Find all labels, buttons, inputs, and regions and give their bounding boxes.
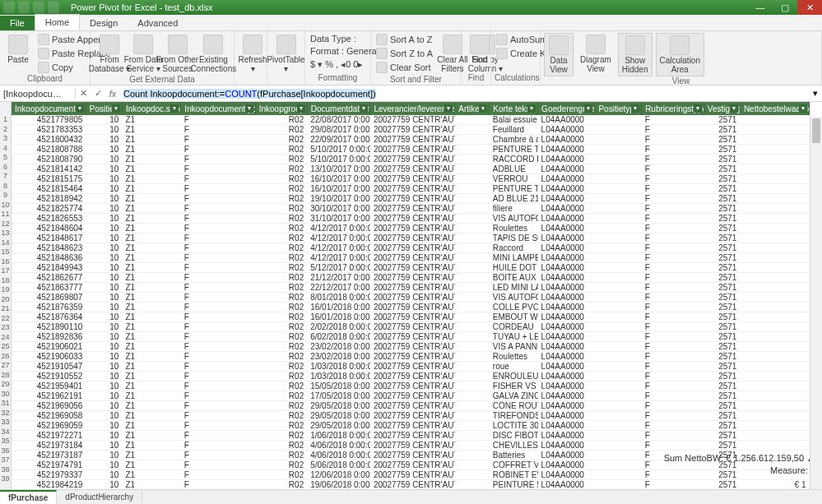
table-cell[interactable]: Z1 — [122, 352, 180, 362]
table-cell[interactable]: 20027759 CENTR'AUTO — [370, 322, 455, 332]
table-cell[interactable]: TIREFONDS T… — [490, 411, 538, 421]
table-cell[interactable]: F — [642, 115, 704, 125]
table-cell[interactable]: Z1 — [122, 441, 180, 451]
table-cell[interactable]: 2571 — [704, 204, 740, 214]
table-cell[interactable]: 4521800432 — [12, 135, 86, 145]
table-cell[interactable]: 4521906021 — [12, 342, 86, 352]
table-cell[interactable] — [595, 224, 642, 234]
table-cell[interactable]: 2571 — [704, 421, 740, 431]
table-row[interactable]: 452196905910Z1FR0229/05/2018 0:00:002002… — [12, 421, 810, 431]
table-cell[interactable]: F — [642, 421, 704, 431]
table-cell[interactable]: 2571 — [704, 352, 740, 362]
table-cell[interactable] — [740, 352, 809, 362]
table-cell[interactable]: 10 — [86, 283, 122, 293]
table-cell[interactable] — [455, 243, 490, 253]
table-cell[interactable] — [595, 352, 642, 362]
table-cell[interactable]: 2571 — [704, 234, 740, 243]
from-database-button[interactable]: From Database ▾ — [94, 33, 125, 75]
find-button[interactable]: Find — [465, 33, 495, 67]
table-row[interactable]: 452184862310Z1FR024/12/2017 0:00:0020027… — [12, 243, 810, 253]
table-cell[interactable]: LED MINI LA… — [490, 283, 538, 293]
table-cell[interactable] — [595, 411, 642, 421]
table-cell[interactable]: F — [642, 273, 704, 283]
table-cell[interactable]: 10 — [86, 480, 122, 490]
formula-input[interactable]: Count Inkoopdocument:=COUNT(fPurchase[In… — [120, 89, 809, 99]
table-cell[interactable]: 20027759 CENTR'AUTO — [370, 421, 455, 431]
table-cell[interactable]: COFFRET VIDE — [490, 460, 538, 470]
table-cell[interactable]: 19/06/2018 0:00:00 — [307, 480, 370, 490]
filter-dropdown-icon[interactable]: ▾ — [730, 104, 738, 113]
table-cell[interactable]: 19/10/2017 0:00:00 — [307, 194, 370, 204]
table-cell[interactable]: R02 — [255, 155, 307, 164]
table-cell[interactable] — [455, 155, 490, 164]
table-cell[interactable]: F — [181, 204, 255, 214]
table-cell[interactable]: F — [642, 401, 704, 411]
table-row[interactable]: 452186980710Z1FR028/01/2018 0:00:0020027… — [12, 293, 810, 303]
table-row[interactable]: 452182577410Z1FR0230/10/2017 0:00:002002… — [12, 204, 810, 214]
table-cell[interactable] — [455, 125, 490, 135]
table-cell[interactable]: MINI LAMPE … — [490, 253, 538, 263]
table-row[interactable]: 452187635910Z1FR0216/01/2018 0:00:002002… — [12, 303, 810, 312]
pivottable-button[interactable]: PivotTable ▾ — [271, 33, 301, 75]
table-cell[interactable]: Balai essuie g… — [490, 115, 538, 125]
table-cell[interactable]: L04AA0000 — [538, 164, 595, 174]
table-cell[interactable]: 20027759 CENTR'AUTO — [370, 480, 455, 490]
table-cell[interactable]: 20027759 CENTR'AUTO — [370, 332, 455, 342]
table-cell[interactable]: F — [642, 145, 704, 155]
table-cell[interactable]: 10 — [86, 145, 122, 155]
table-cell[interactable]: F — [181, 332, 255, 342]
table-cell[interactable]: 2571 — [704, 164, 740, 174]
table-cell[interactable]: Z1 — [122, 273, 180, 283]
table-cell[interactable] — [740, 234, 809, 243]
table-cell[interactable]: 2571 — [704, 312, 740, 322]
table-cell[interactable]: 10 — [86, 214, 122, 224]
table-cell[interactable]: 20027759 CENTR'AUTO — [370, 184, 455, 194]
table-cell[interactable]: R02 — [255, 411, 307, 421]
table-cell[interactable]: F — [642, 164, 704, 174]
file-tab[interactable]: File — [0, 16, 35, 30]
column-header[interactable]: Vestiging▾ — [704, 102, 740, 115]
table-cell[interactable]: 10 — [86, 460, 122, 470]
table-cell[interactable]: R02 — [255, 243, 307, 253]
table-cell[interactable]: 6/02/2018 0:00:00 — [307, 332, 370, 342]
table-cell[interactable]: 10 — [86, 293, 122, 303]
table-cell[interactable]: 4521876364 — [12, 312, 86, 322]
table-cell[interactable]: F — [642, 224, 704, 234]
table-cell[interactable]: 10 — [86, 451, 122, 460]
table-cell[interactable]: 10 — [86, 441, 122, 451]
table-cell[interactable]: 4/06/2018 0:00:00 — [307, 441, 370, 451]
table-cell[interactable] — [595, 214, 642, 224]
table-cell[interactable] — [595, 451, 642, 460]
table-cell[interactable]: LOCTITE 3090 — [490, 421, 538, 431]
table-cell[interactable]: F — [181, 451, 255, 460]
table-cell[interactable]: 10 — [86, 421, 122, 431]
table-cell[interactable]: L04AA0000 — [538, 155, 595, 164]
table-cell[interactable]: 20027759 CENTR'AUTO — [370, 372, 455, 381]
table-cell[interactable] — [595, 322, 642, 332]
table-row[interactable]: 452177980510Z1FR0222/08/2017 0:00:002002… — [12, 115, 810, 125]
column-header[interactable]: Inkoopdocumenttype▾ — [181, 102, 255, 115]
table-cell[interactable]: 20027759 CENTR'AUTO — [370, 460, 455, 470]
table-row[interactable]: 452196219110Z1FR0217/05/2018 0:00:002002… — [12, 391, 810, 401]
table-cell[interactable]: F — [642, 283, 704, 293]
table-cell[interactable]: F — [181, 115, 255, 125]
scroll-thumb[interactable] — [812, 118, 820, 143]
table-cell[interactable]: € 1 — [740, 480, 809, 490]
table-cell[interactable]: R02 — [255, 431, 307, 441]
table-cell[interactable] — [455, 312, 490, 322]
table-cell[interactable] — [455, 293, 490, 303]
table-cell[interactable]: 4521848623 — [12, 243, 86, 253]
table-cell[interactable]: 2571 — [704, 441, 740, 451]
filter-dropdown-icon[interactable]: ▾ — [479, 104, 487, 113]
table-cell[interactable]: F — [181, 224, 255, 234]
table-cell[interactable]: R02 — [255, 184, 307, 194]
table-row[interactable]: 452196905610Z1FR0229/05/2018 0:00:002002… — [12, 401, 810, 411]
table-cell[interactable]: F — [181, 253, 255, 263]
data-table[interactable]: Inkoopdocument▾Positie▾Inkoopdoc.soort▾I… — [12, 102, 810, 489]
table-cell[interactable]: 4521892836 — [12, 332, 86, 342]
table-cell[interactable]: COLLE PVC — [490, 303, 538, 312]
table-cell[interactable] — [595, 303, 642, 312]
table-cell[interactable]: 2571 — [704, 115, 740, 125]
table-cell[interactable]: 10 — [86, 362, 122, 372]
table-cell[interactable]: F — [642, 155, 704, 164]
